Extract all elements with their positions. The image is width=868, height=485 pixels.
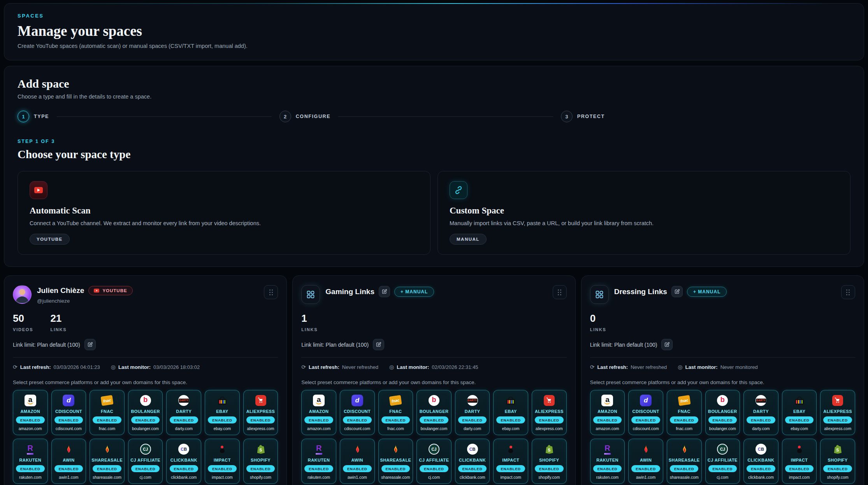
link-limit-text: Link limit: Plan default (100) [590, 342, 657, 348]
platform-tile-aliexpress[interactable]: ALIEXPRESSENABLEDaliexpress.com [820, 390, 855, 435]
platform-tile-shareasale[interactable]: SHAREASALEENABLEDshareasale.com [378, 439, 413, 484]
platform-tile-cdiscount[interactable]: dCDISCOUNTENABLEDcdiscount.com [51, 390, 86, 435]
platform-tile-ebay[interactable]: EBAYENABLEDebay.com [782, 390, 817, 435]
platform-domain: shopify.com [250, 475, 271, 480]
amazon-logo-icon: a [601, 395, 613, 406]
platform-tile-fnac[interactable]: fnacFNACENABLEDfnac.com [378, 390, 413, 435]
platform-tile-clickbank[interactable]: CBCLICKBANKENABLEDclickbank.com [166, 439, 201, 484]
platform-name: ALIEXPRESS [246, 409, 275, 414]
cj-logo-icon: CJ [717, 443, 728, 455]
platform-tile-ebay[interactable]: EBAYENABLEDebay.com [205, 390, 240, 435]
drag-handle[interactable] [841, 285, 855, 299]
drag-handle[interactable] [553, 285, 567, 299]
platform-tile-amazon[interactable]: aAMAZONENABLEDamazon.com [301, 390, 336, 435]
option-badge: YOUTUBE [30, 234, 70, 245]
platform-status-badge: ENABLED [747, 465, 775, 472]
space-card-header: Julien ChièzeYOUTUBE@julienchieze [13, 285, 278, 304]
step-label: TYPE [34, 114, 49, 119]
platform-name: SHAREASALE [91, 458, 123, 462]
add-space-title: Add space [18, 77, 850, 90]
platform-tile-rakuten[interactable]: RRAKUTENENABLEDrakuten.com [13, 439, 48, 484]
shopify-logo-icon: S [545, 443, 554, 455]
platform-tile-awin[interactable]: AWINENABLEDawin1.com [51, 439, 86, 484]
drag-dots-icon [846, 289, 850, 295]
platform-tile-aliexpress[interactable]: ALIEXPRESSENABLEDaliexpress.com [243, 390, 278, 435]
fnac-logo-icon: fnac [101, 395, 113, 406]
platform-tile-boulanger[interactable]: bBOULANGERENABLEDboulanger.com [416, 390, 452, 435]
platform-tile-cdiscount[interactable]: dCDISCOUNTENABLEDcdiscount.com [340, 390, 375, 435]
platform-domain: darty.com [752, 426, 770, 431]
option-custom-space[interactable]: Custom Space Manually import links via C… [438, 171, 850, 255]
platform-tile-boulanger[interactable]: bBOULANGERENABLEDboulanger.com [705, 390, 740, 435]
platform-status-badge: ENABLED [208, 416, 237, 423]
platform-status-badge: ENABLED [420, 416, 448, 423]
wizard-step-configure[interactable]: 2CONFIGURE [279, 111, 330, 122]
platform-tile-cj[interactable]: CJCJ AFFILIATEENABLEDcj.com [416, 439, 452, 484]
platform-status-badge: ENABLED [496, 465, 525, 472]
step-label: CONFIGURE [296, 114, 330, 119]
platform-status-badge: ENABLED [246, 416, 275, 423]
edit-link-limit-button[interactable] [373, 339, 384, 350]
platform-tile-shareasale[interactable]: SHAREASALEENABLEDshareasale.com [667, 439, 702, 484]
last-monitor-label: Last monitor: [685, 364, 718, 370]
platform-tile-rakuten[interactable]: RRAKUTENENABLEDrakuten.com [301, 439, 336, 484]
edit-link-limit-button[interactable] [84, 339, 96, 350]
platform-tile-impact[interactable]: IMPACTENABLEDimpact.com [782, 439, 817, 484]
platform-name: FNAC [389, 409, 402, 414]
platform-tile-boulanger[interactable]: bBOULANGERENABLEDboulanger.com [128, 390, 163, 435]
platform-status-badge: ENABLED [246, 465, 275, 472]
platform-status-badge: ENABLED [535, 416, 564, 423]
platform-status-badge: ENABLED [16, 465, 45, 472]
drag-handle[interactable] [264, 285, 278, 299]
platform-tile-amazon[interactable]: aAMAZONENABLEDamazon.com [590, 390, 625, 435]
platform-tile-impact[interactable]: IMPACTENABLEDimpact.com [205, 439, 240, 484]
platform-tile-awin[interactable]: AWINENABLEDawin1.com [340, 439, 375, 484]
platform-tile-darty[interactable]: DARTYDARTYENABLEDdarty.com [455, 390, 490, 435]
edit-link-limit-button[interactable] [661, 339, 673, 350]
shopify-logo-icon: S [833, 443, 842, 455]
manual-badge: + MANUAL [687, 287, 727, 297]
edit-space-name-button[interactable] [671, 286, 683, 297]
platform-tile-cj[interactable]: CJCJ AFFILIATEENABLEDcj.com [705, 439, 740, 484]
platform-name: CDISCOUNT [633, 409, 659, 414]
platform-tile-darty[interactable]: DARTYDARTYENABLEDdarty.com [166, 390, 201, 435]
platform-tile-aliexpress[interactable]: ALIEXPRESSENABLEDaliexpress.com [532, 390, 567, 435]
platform-tile-shopify[interactable]: SSHOPIFYENABLEDshopify.com [820, 439, 855, 484]
space-type-options: Automatic Scan Connect a YouTube channel… [18, 171, 850, 255]
platform-tile-clickbank[interactable]: CBCLICKBANKENABLEDclickbank.com [455, 439, 490, 484]
platform-tile-shopify[interactable]: SSHOPIFYENABLEDshopify.com [243, 439, 278, 484]
stat-videos: 50VIDEOS [13, 312, 33, 332]
wizard-step-type[interactable]: 1TYPE [18, 111, 49, 122]
last-monitor: ◎Last monitor:02/03/2026 22:31:45 [389, 364, 478, 370]
platform-tile-cj[interactable]: CJCJ AFFILIATEENABLEDcj.com [128, 439, 163, 484]
platform-status-badge: ENABLED [343, 465, 372, 472]
platform-tile-impact[interactable]: IMPACTENABLEDimpact.com [493, 439, 528, 484]
platform-name: AWIN [63, 458, 74, 462]
platform-tile-fnac[interactable]: fnacFNACENABLEDfnac.com [90, 390, 125, 435]
platform-domain: aliexpress.com [536, 426, 563, 431]
platform-domain: impact.com [500, 475, 521, 480]
space-card: Gaming Links+ MANUAL1LINKSLink limit: Pl… [292, 275, 575, 485]
platform-tile-rakuten[interactable]: RRAKUTENENABLEDrakuten.com [590, 439, 625, 484]
link-limit-row: Link limit: Plan default (100) [13, 339, 278, 350]
platform-tile-ebay[interactable]: EBAYENABLEDebay.com [493, 390, 528, 435]
platform-tile-clickbank[interactable]: CBCLICKBANKENABLEDclickbank.com [743, 439, 778, 484]
platform-tile-cdiscount[interactable]: dCDISCOUNTENABLEDcdiscount.com [628, 390, 663, 435]
platform-tile-fnac[interactable]: fnacFNACENABLEDfnac.com [667, 390, 702, 435]
awin-logo-icon [353, 443, 362, 455]
boulanger-logo-icon: b [429, 395, 439, 406]
page-header: SPACES Manage your spaces Create YouTube… [4, 3, 864, 60]
add-space-subtitle: Choose a type and fill in the details to… [18, 93, 850, 100]
platform-tile-awin[interactable]: AWINENABLEDawin1.com [628, 439, 663, 484]
edit-space-name-button[interactable] [379, 286, 390, 297]
wizard-step-protect[interactable]: 3PROTECT [561, 111, 605, 122]
platform-tile-shareasale[interactable]: SHAREASALEENABLEDshareasale.com [90, 439, 125, 484]
platform-tile-darty[interactable]: DARTYDARTYENABLEDdarty.com [743, 390, 778, 435]
cdiscount-logo-icon: d [63, 395, 74, 406]
option-automatic-scan[interactable]: Automatic Scan Connect a YouTube channel… [18, 171, 430, 255]
platform-name: AWIN [351, 458, 363, 462]
platform-tile-amazon[interactable]: aAMAZONENABLEDamazon.com [13, 390, 48, 435]
rakuten-logo-icon: R [316, 443, 322, 455]
platform-tile-shopify[interactable]: SSHOPIFYENABLEDshopify.com [532, 439, 567, 484]
last-monitor-value: Never monitored [720, 364, 758, 370]
